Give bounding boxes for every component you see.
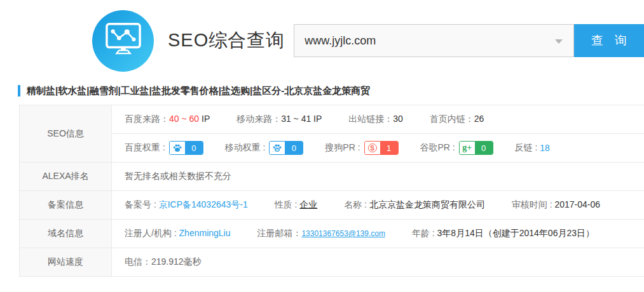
- outbound-links: 出站链接：30: [348, 114, 403, 124]
- domain-email-link[interactable]: 13301367653@139.com: [301, 229, 385, 238]
- search-group: 查 询: [294, 24, 644, 57]
- google-pr-value: 0: [475, 142, 493, 154]
- icp-company-name-value: 北京京盐金龙策商贸有限公司: [369, 199, 485, 209]
- speed-cell: 电信：219.912毫秒: [112, 248, 644, 277]
- seo-info-table: SEO信息 百度来路：40 ~ 60 IP 移动来路：31 ~ 41 IP 出站…: [19, 105, 644, 277]
- outbound-links-value: 30: [393, 114, 403, 124]
- icp-audit-time-value: 2017-04-06: [554, 199, 600, 209]
- google-plus-icon: g+: [460, 142, 475, 154]
- table-row-seo-2: 百度权重 : 0 移动权重 : M 0 搜狗PR :: [20, 134, 644, 163]
- search-box: [294, 24, 574, 57]
- chevron-down-icon[interactable]: [555, 39, 563, 44]
- page-title: SEO综合查询: [168, 28, 285, 53]
- table-row-alexa: ALEXA排名 暂无排名或相关数据不充分: [20, 163, 644, 191]
- homepage-inner-links-value: 26: [474, 114, 484, 124]
- seo-traffic-cell: 百度来路：40 ~ 60 IP 移动来路：31 ~ 41 IP 出站链接：30 …: [112, 105, 644, 134]
- domain-registrant: 注册人/机构 : ZhenmingLiu: [125, 228, 231, 238]
- monitor-chart-icon: [104, 22, 142, 60]
- baidu-weight: 百度权重 : 0: [125, 141, 203, 155]
- row-label-icp: 备案信息: [20, 191, 112, 220]
- google-pr: 谷歌PR : g+ 0: [420, 141, 493, 155]
- mobile-traffic: 移动来路：31 ~ 41 IP: [236, 114, 322, 124]
- row-label-speed: 网站速度: [20, 248, 112, 277]
- mobile-weight-value: 0: [285, 142, 303, 154]
- baidu-paw-icon: [170, 142, 185, 154]
- domain-age-value: 3年8月14日（创建于2014年06月23日）: [437, 228, 594, 238]
- backlinks: 反链 : 18: [515, 142, 550, 154]
- row-label-domain: 域名信息: [20, 220, 112, 248]
- baidu-weight-value: 0: [185, 142, 203, 154]
- icp-audit-time: 审核时间 : 2017-04-06: [512, 199, 600, 209]
- alexa-status-text: 暂无排名或相关数据不充分: [125, 171, 231, 181]
- mobile-weight: 移动权重 : M 0: [225, 141, 304, 155]
- domain-cell: 注册人/机构 : ZhenmingLiu 注册邮箱：13301367653@13…: [112, 220, 644, 248]
- sogou-pr-value: 1: [380, 142, 398, 154]
- google-pr-badge[interactable]: g+ 0: [459, 141, 493, 155]
- seo-weight-cell: 百度权重 : 0 移动权重 : M 0 搜狗PR :: [112, 134, 644, 163]
- mobile-paw-icon: M: [270, 142, 285, 154]
- domain-age: 年龄 : 3年8月14日（创建于2014年06月23日）: [412, 228, 594, 238]
- icp-number: 备案号 : 京ICP备14032643号-1: [125, 199, 248, 209]
- icp-nature: 性质 : 企业: [275, 199, 318, 209]
- icp-nature-value[interactable]: 企业: [299, 199, 317, 209]
- sogou-icon: S: [365, 142, 380, 154]
- table-row-seo-1: SEO信息 百度来路：40 ~ 60 IP 移动来路：31 ~ 41 IP 出站…: [20, 105, 644, 134]
- homepage-inner-links: 首页内链：26: [430, 114, 484, 124]
- baidu-traffic-value: 40 ~ 60: [169, 114, 199, 124]
- icp-cell: 备案号 : 京ICP备14032643号-1 性质 : 企业 名称 : 北京京盐…: [112, 191, 644, 220]
- row-label-alexa: ALEXA排名: [20, 163, 112, 191]
- backlinks-value[interactable]: 18: [540, 143, 550, 153]
- baidu-weight-badge[interactable]: 0: [169, 141, 203, 155]
- icp-company-name: 名称 : 北京京盐金龙策商贸有限公司: [344, 199, 485, 209]
- table-row-speed: 网站速度 电信：219.912毫秒: [20, 248, 644, 277]
- svg-text:M: M: [276, 148, 279, 152]
- speed-value: 219.912毫秒: [151, 256, 202, 267]
- baidu-traffic: 百度来路：40 ~ 60 IP: [125, 114, 210, 124]
- seo-tool-logo: [92, 10, 154, 72]
- header: SEO综合查询 查 询: [0, 0, 644, 71]
- mobile-traffic-value: 31 ~ 41: [281, 114, 311, 124]
- mobile-weight-badge[interactable]: M 0: [269, 141, 303, 155]
- query-button[interactable]: 查 询: [574, 24, 644, 57]
- table-row-icp: 备案信息 备案号 : 京ICP备14032643号-1 性质 : 企业 名称 :…: [20, 191, 644, 220]
- row-label-seo: SEO信息: [20, 105, 112, 163]
- alexa-cell: 暂无排名或相关数据不充分: [112, 163, 644, 191]
- domain-search-input[interactable]: [294, 24, 574, 57]
- sogou-pr: 搜狗PR : S 1: [325, 141, 398, 155]
- domain-registrant-link[interactable]: ZhenmingLiu: [179, 228, 231, 238]
- icp-number-link[interactable]: 京ICP备14032643号-1: [159, 199, 248, 209]
- speed-carrier-label: 电信：: [125, 256, 151, 267]
- domain-email: 注册邮箱：13301367653@139.com: [257, 228, 385, 238]
- queried-site-title: 精制盐|软水盐|融雪剂|工业盐|盐批发零售价格|盐选购|盐区分-北京京盐金龙策商…: [18, 85, 644, 96]
- sogou-pr-badge[interactable]: S 1: [364, 141, 399, 155]
- table-row-domain: 域名信息 注册人/机构 : ZhenmingLiu 注册邮箱：133013676…: [20, 220, 644, 248]
